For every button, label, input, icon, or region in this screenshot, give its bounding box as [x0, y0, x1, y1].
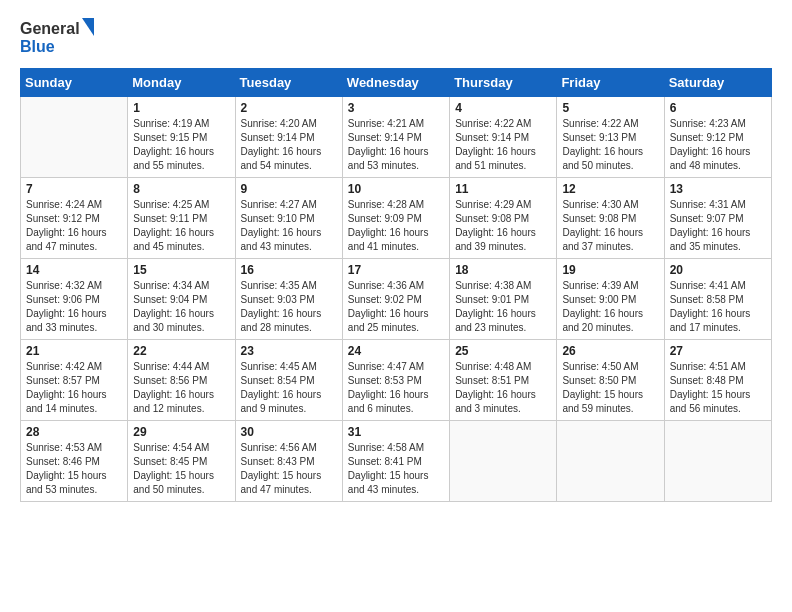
day-cell: 24Sunrise: 4:47 AM Sunset: 8:53 PM Dayli… [342, 340, 449, 421]
day-info: Sunrise: 4:41 AM Sunset: 8:58 PM Dayligh… [670, 279, 766, 335]
svg-text:General: General [20, 20, 80, 37]
day-cell: 1Sunrise: 4:19 AM Sunset: 9:15 PM Daylig… [128, 97, 235, 178]
day-number: 11 [455, 182, 551, 196]
day-cell: 15Sunrise: 4:34 AM Sunset: 9:04 PM Dayli… [128, 259, 235, 340]
day-cell: 16Sunrise: 4:35 AM Sunset: 9:03 PM Dayli… [235, 259, 342, 340]
day-header-friday: Friday [557, 69, 664, 97]
day-number: 14 [26, 263, 122, 277]
day-info: Sunrise: 4:51 AM Sunset: 8:48 PM Dayligh… [670, 360, 766, 416]
day-info: Sunrise: 4:30 AM Sunset: 9:08 PM Dayligh… [562, 198, 658, 254]
day-number: 2 [241, 101, 337, 115]
day-info: Sunrise: 4:23 AM Sunset: 9:12 PM Dayligh… [670, 117, 766, 173]
day-cell: 6Sunrise: 4:23 AM Sunset: 9:12 PM Daylig… [664, 97, 771, 178]
day-cell: 21Sunrise: 4:42 AM Sunset: 8:57 PM Dayli… [21, 340, 128, 421]
day-info: Sunrise: 4:20 AM Sunset: 9:14 PM Dayligh… [241, 117, 337, 173]
day-info: Sunrise: 4:24 AM Sunset: 9:12 PM Dayligh… [26, 198, 122, 254]
day-number: 15 [133, 263, 229, 277]
day-info: Sunrise: 4:36 AM Sunset: 9:02 PM Dayligh… [348, 279, 444, 335]
day-number: 24 [348, 344, 444, 358]
day-info: Sunrise: 4:22 AM Sunset: 9:14 PM Dayligh… [455, 117, 551, 173]
day-info: Sunrise: 4:34 AM Sunset: 9:04 PM Dayligh… [133, 279, 229, 335]
week-row-2: 7Sunrise: 4:24 AM Sunset: 9:12 PM Daylig… [21, 178, 772, 259]
week-row-4: 21Sunrise: 4:42 AM Sunset: 8:57 PM Dayli… [21, 340, 772, 421]
day-cell: 31Sunrise: 4:58 AM Sunset: 8:41 PM Dayli… [342, 421, 449, 502]
day-number: 13 [670, 182, 766, 196]
day-cell: 29Sunrise: 4:54 AM Sunset: 8:45 PM Dayli… [128, 421, 235, 502]
week-row-3: 14Sunrise: 4:32 AM Sunset: 9:06 PM Dayli… [21, 259, 772, 340]
day-cell [450, 421, 557, 502]
logo: GeneralBlue [20, 16, 100, 60]
logo-icon: GeneralBlue [20, 16, 100, 60]
day-info: Sunrise: 4:38 AM Sunset: 9:01 PM Dayligh… [455, 279, 551, 335]
day-cell: 12Sunrise: 4:30 AM Sunset: 9:08 PM Dayli… [557, 178, 664, 259]
day-number: 7 [26, 182, 122, 196]
day-cell: 2Sunrise: 4:20 AM Sunset: 9:14 PM Daylig… [235, 97, 342, 178]
day-info: Sunrise: 4:21 AM Sunset: 9:14 PM Dayligh… [348, 117, 444, 173]
header: GeneralBlue [20, 16, 772, 60]
day-info: Sunrise: 4:31 AM Sunset: 9:07 PM Dayligh… [670, 198, 766, 254]
day-number: 4 [455, 101, 551, 115]
day-number: 18 [455, 263, 551, 277]
day-number: 9 [241, 182, 337, 196]
day-cell: 17Sunrise: 4:36 AM Sunset: 9:02 PM Dayli… [342, 259, 449, 340]
day-number: 27 [670, 344, 766, 358]
day-cell: 9Sunrise: 4:27 AM Sunset: 9:10 PM Daylig… [235, 178, 342, 259]
day-info: Sunrise: 4:58 AM Sunset: 8:41 PM Dayligh… [348, 441, 444, 497]
day-number: 16 [241, 263, 337, 277]
day-cell: 26Sunrise: 4:50 AM Sunset: 8:50 PM Dayli… [557, 340, 664, 421]
day-info: Sunrise: 4:22 AM Sunset: 9:13 PM Dayligh… [562, 117, 658, 173]
day-number: 1 [133, 101, 229, 115]
day-cell: 19Sunrise: 4:39 AM Sunset: 9:00 PM Dayli… [557, 259, 664, 340]
day-info: Sunrise: 4:29 AM Sunset: 9:08 PM Dayligh… [455, 198, 551, 254]
day-cell: 22Sunrise: 4:44 AM Sunset: 8:56 PM Dayli… [128, 340, 235, 421]
day-number: 6 [670, 101, 766, 115]
day-header-sunday: Sunday [21, 69, 128, 97]
day-number: 25 [455, 344, 551, 358]
day-cell: 5Sunrise: 4:22 AM Sunset: 9:13 PM Daylig… [557, 97, 664, 178]
day-cell: 14Sunrise: 4:32 AM Sunset: 9:06 PM Dayli… [21, 259, 128, 340]
calendar: SundayMondayTuesdayWednesdayThursdayFrid… [20, 68, 772, 502]
day-cell [664, 421, 771, 502]
day-info: Sunrise: 4:39 AM Sunset: 9:00 PM Dayligh… [562, 279, 658, 335]
day-number: 28 [26, 425, 122, 439]
day-info: Sunrise: 4:48 AM Sunset: 8:51 PM Dayligh… [455, 360, 551, 416]
day-cell: 20Sunrise: 4:41 AM Sunset: 8:58 PM Dayli… [664, 259, 771, 340]
day-number: 21 [26, 344, 122, 358]
day-number: 19 [562, 263, 658, 277]
day-info: Sunrise: 4:54 AM Sunset: 8:45 PM Dayligh… [133, 441, 229, 497]
day-info: Sunrise: 4:32 AM Sunset: 9:06 PM Dayligh… [26, 279, 122, 335]
day-number: 10 [348, 182, 444, 196]
week-row-1: 1Sunrise: 4:19 AM Sunset: 9:15 PM Daylig… [21, 97, 772, 178]
day-cell: 13Sunrise: 4:31 AM Sunset: 9:07 PM Dayli… [664, 178, 771, 259]
week-row-5: 28Sunrise: 4:53 AM Sunset: 8:46 PM Dayli… [21, 421, 772, 502]
day-number: 26 [562, 344, 658, 358]
day-info: Sunrise: 4:19 AM Sunset: 9:15 PM Dayligh… [133, 117, 229, 173]
day-cell: 11Sunrise: 4:29 AM Sunset: 9:08 PM Dayli… [450, 178, 557, 259]
day-header-tuesday: Tuesday [235, 69, 342, 97]
day-info: Sunrise: 4:44 AM Sunset: 8:56 PM Dayligh… [133, 360, 229, 416]
day-info: Sunrise: 4:56 AM Sunset: 8:43 PM Dayligh… [241, 441, 337, 497]
day-header-thursday: Thursday [450, 69, 557, 97]
day-cell: 3Sunrise: 4:21 AM Sunset: 9:14 PM Daylig… [342, 97, 449, 178]
day-info: Sunrise: 4:25 AM Sunset: 9:11 PM Dayligh… [133, 198, 229, 254]
day-cell [21, 97, 128, 178]
day-number: 23 [241, 344, 337, 358]
day-header-monday: Monday [128, 69, 235, 97]
page: GeneralBlue SundayMondayTuesdayWednesday… [0, 0, 792, 518]
day-number: 5 [562, 101, 658, 115]
day-number: 8 [133, 182, 229, 196]
day-cell: 23Sunrise: 4:45 AM Sunset: 8:54 PM Dayli… [235, 340, 342, 421]
day-cell: 18Sunrise: 4:38 AM Sunset: 9:01 PM Dayli… [450, 259, 557, 340]
day-number: 30 [241, 425, 337, 439]
day-cell: 7Sunrise: 4:24 AM Sunset: 9:12 PM Daylig… [21, 178, 128, 259]
day-info: Sunrise: 4:45 AM Sunset: 8:54 PM Dayligh… [241, 360, 337, 416]
svg-text:Blue: Blue [20, 38, 55, 55]
day-number: 12 [562, 182, 658, 196]
day-number: 31 [348, 425, 444, 439]
day-info: Sunrise: 4:53 AM Sunset: 8:46 PM Dayligh… [26, 441, 122, 497]
day-cell: 4Sunrise: 4:22 AM Sunset: 9:14 PM Daylig… [450, 97, 557, 178]
day-cell: 30Sunrise: 4:56 AM Sunset: 8:43 PM Dayli… [235, 421, 342, 502]
day-number: 20 [670, 263, 766, 277]
day-cell: 27Sunrise: 4:51 AM Sunset: 8:48 PM Dayli… [664, 340, 771, 421]
day-header-wednesday: Wednesday [342, 69, 449, 97]
